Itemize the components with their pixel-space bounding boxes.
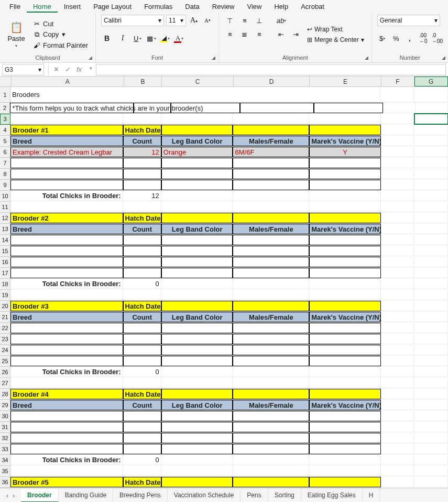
cell[interactable] [123, 235, 161, 245]
fx-icon[interactable]: fx [74, 66, 84, 73]
row-header[interactable]: 34 [0, 455, 10, 466]
cell[interactable] [123, 422, 161, 432]
cell[interactable] [381, 312, 414, 322]
cell[interactable] [309, 246, 381, 256]
cell[interactable] [10, 158, 123, 168]
cell[interactable] [414, 290, 448, 300]
cell[interactable]: Males/Female [233, 312, 309, 322]
cell[interactable] [233, 246, 309, 256]
row-header[interactable]: 19 [0, 290, 10, 301]
cell[interactable] [233, 356, 309, 366]
col-header-c[interactable]: C [162, 77, 233, 86]
cell[interactable] [161, 455, 233, 465]
cell[interactable] [10, 334, 123, 344]
cell[interactable] [309, 345, 381, 355]
row-header[interactable]: 9 [0, 180, 10, 191]
font-dialog-launcher[interactable]: ◢ [210, 54, 217, 61]
cell[interactable]: Orange [161, 147, 233, 157]
row-header[interactable]: 3 [0, 114, 10, 125]
cell[interactable] [309, 191, 381, 201]
cell[interactable] [383, 103, 416, 113]
cell[interactable] [414, 87, 448, 103]
align-top-icon[interactable]: ⊤ [224, 15, 236, 26]
row-header[interactable]: 25 [0, 356, 10, 367]
cell[interactable] [309, 290, 381, 300]
cut-button[interactable]: ✂Cut [30, 19, 90, 28]
cell[interactable] [233, 334, 309, 344]
cell[interactable] [381, 466, 414, 476]
cell[interactable] [233, 466, 309, 476]
cell[interactable]: Marek's Vaccine (Y/N) [309, 312, 381, 322]
cell[interactable]: Hatch Date: [123, 125, 161, 135]
cell[interactable] [414, 202, 448, 212]
cell[interactable] [414, 169, 448, 179]
orientation-button[interactable]: ab▾ [276, 15, 287, 26]
cell[interactable] [309, 114, 381, 124]
row-header[interactable]: 1 [0, 87, 10, 103]
cell[interactable] [309, 301, 381, 311]
cell[interactable] [233, 345, 309, 355]
row-header[interactable]: 14 [0, 235, 10, 246]
cell[interactable] [161, 389, 233, 399]
cell[interactable] [309, 334, 381, 344]
cell[interactable]: Count [123, 312, 161, 322]
cell[interactable] [233, 202, 309, 212]
cell[interactable]: Brooder #3 [10, 301, 123, 311]
cell[interactable] [161, 301, 233, 311]
cell[interactable]: Brooder #5 [10, 477, 123, 487]
row-header[interactable]: 33 [0, 444, 10, 455]
cell[interactable] [381, 191, 414, 201]
cell[interactable]: Breed [10, 312, 123, 322]
decrease-decimal-icon[interactable]: .0→00 [432, 32, 443, 44]
cell[interactable] [161, 477, 233, 487]
cell[interactable] [414, 246, 448, 256]
formula-input[interactable] [96, 64, 446, 75]
align-middle-icon[interactable]: ≡ [239, 15, 250, 26]
cell[interactable] [233, 169, 309, 179]
cell[interactable] [233, 180, 309, 190]
cell[interactable] [161, 246, 233, 256]
cell[interactable] [309, 455, 381, 465]
row-header[interactable]: 20 [0, 301, 10, 312]
cell[interactable] [123, 433, 161, 443]
cell[interactable] [381, 400, 414, 410]
sheet-tab-pens[interactable]: Pens [241, 489, 268, 503]
underline-button[interactable]: U▾ [133, 32, 141, 44]
row-header[interactable]: 24 [0, 345, 10, 356]
cell[interactable] [233, 378, 309, 388]
cell[interactable] [161, 323, 233, 333]
cell[interactable] [233, 455, 309, 465]
row-header[interactable]: 11 [0, 202, 10, 213]
cell[interactable] [381, 268, 414, 278]
row-header[interactable]: 26 [0, 367, 10, 378]
sheet-tab-more[interactable]: H [363, 489, 380, 503]
bold-button[interactable]: B [101, 32, 113, 44]
cell[interactable] [161, 422, 233, 432]
cell[interactable] [381, 334, 414, 344]
row-header[interactable]: 15 [0, 246, 10, 257]
cell[interactable]: Marek's Vaccine (Y/N) [309, 136, 381, 146]
row-header[interactable]: 28 [0, 389, 10, 400]
cell[interactable] [381, 235, 414, 245]
cell[interactable]: Breed [10, 400, 123, 410]
cell[interactable] [123, 180, 161, 190]
cell[interactable] [123, 114, 161, 124]
cell[interactable] [414, 125, 448, 135]
cell[interactable] [233, 389, 309, 399]
number-dialog-launcher[interactable]: ◢ [440, 54, 447, 61]
next-sheet-icon[interactable]: › [13, 492, 15, 499]
col-header-e[interactable]: E [310, 77, 381, 86]
cell[interactable] [381, 202, 414, 212]
fill-color-button[interactable]: ◢▾ [160, 32, 170, 44]
cell[interactable] [161, 334, 233, 344]
cell[interactable] [381, 180, 414, 190]
cell[interactable] [10, 444, 123, 454]
cell[interactable] [123, 411, 161, 421]
cell[interactable]: Total Chicks in Brooder: [10, 279, 123, 289]
tab-formulas[interactable]: Formulas [138, 1, 179, 13]
cell[interactable] [414, 345, 448, 355]
cell[interactable] [309, 202, 381, 212]
cell[interactable]: Total Chicks in Brooder: [10, 191, 123, 201]
cell[interactable] [10, 411, 123, 421]
cell[interactable] [309, 169, 381, 179]
